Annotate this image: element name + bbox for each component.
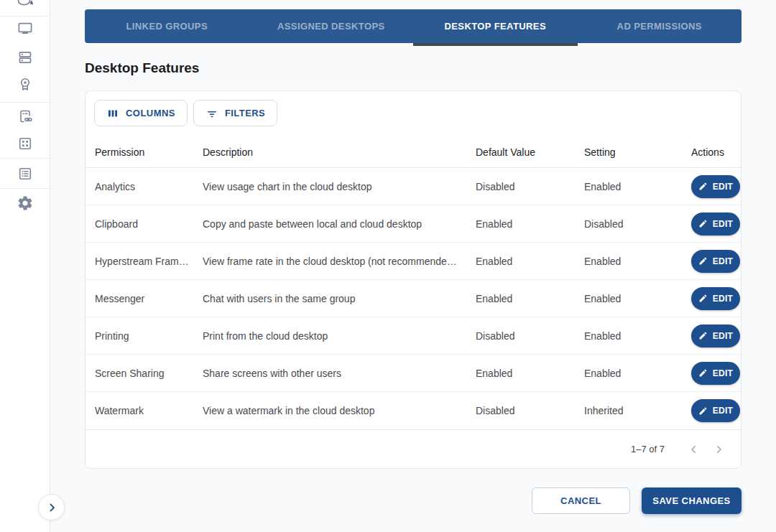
cell-permission: Messenger [95,293,203,304]
cell-default-value: Disabled [476,405,584,416]
pencil-icon [698,331,708,340]
cell-permission: Screen Sharing [95,368,203,379]
footer-actions: CANCEL SAVE CHANGES [85,487,742,514]
cell-permission: Analytics [95,181,203,192]
tab-assigned-desktops[interactable]: ASSIGNED DESKTOPS [249,9,414,43]
cell-actions: EDIT [691,250,741,273]
cloud-icon[interactable] [17,0,34,11]
sidebar [0,0,50,532]
columns-button[interactable]: COLUMNS [94,100,188,126]
desktop-icon[interactable] [17,20,34,37]
sidebar-divider [0,16,50,17]
table-row: Hyperstream Fram… View frame rate in the… [86,243,741,280]
save-changes-button[interactable]: SAVE CHANGES [642,487,742,514]
device-link-icon[interactable] [17,108,34,125]
cell-setting: Inherited [584,405,691,416]
cell-actions: EDIT [691,175,741,198]
cell-description: Print from the cloud desktop [203,330,476,342]
edit-button[interactable]: EDIT [691,399,740,422]
grid-icon[interactable] [17,135,34,152]
table-row: Watermark View a watermark in the cloud … [86,392,741,429]
cell-permission: Hyperstream Fram… [95,256,203,267]
sidebar-divider [0,188,50,189]
badge-icon[interactable] [17,76,34,93]
edit-button-label: EDIT [713,182,734,192]
cell-description: View usage chart in the cloud desktop [203,181,476,192]
cell-actions: EDIT [691,399,741,422]
edit-button[interactable]: EDIT [691,250,740,273]
table-row: Printing Print from the cloud desktop Di… [86,317,741,355]
edit-button-label: EDIT [713,219,734,229]
edit-button-label: EDIT [713,368,734,378]
cell-permission: Clipboard [95,218,203,230]
cell-description: Copy and paste between local and cloud d… [203,218,476,230]
table-body: Analytics View usage chart in the cloud … [86,168,741,429]
edit-button[interactable]: EDIT [691,325,740,347]
cell-default-value: Disabled [476,330,584,342]
settings-icon[interactable] [17,195,34,212]
cell-description: Chat with users in the same group [203,293,476,304]
table-row: Analytics View usage chart in the cloud … [86,168,741,205]
table-header-row: Permission Description Default Value Set… [86,136,741,168]
server-rack-icon[interactable] [17,49,34,66]
cell-permission: Printing [95,330,203,342]
cell-default-value: Enabled [476,368,584,379]
table-row: Messenger Chat with users in the same gr… [86,280,741,317]
edit-button-label: EDIT [713,406,734,416]
column-header-actions: Actions [691,146,741,158]
cell-setting: Enabled [584,256,691,267]
cell-description: View frame rate in the cloud desktop (no… [203,256,476,267]
table-row: Clipboard Copy and paste between local a… [86,205,741,243]
column-header-setting[interactable]: Setting [584,146,691,158]
cell-setting: Enabled [584,330,691,342]
cell-description: View a watermark in the cloud desktop [203,405,476,416]
table-card: COLUMNS FILTERS Permission Description D… [85,90,742,469]
cell-description: Share screens with other users [203,368,476,379]
tab-linked-groups[interactable]: LINKED GROUPS [85,9,249,43]
cell-setting: Disabled [584,218,691,230]
pencil-icon [698,182,708,191]
filters-button[interactable]: FILTERS [193,100,277,126]
pagination-prev-button[interactable] [680,437,706,462]
columns-icon [106,107,119,120]
cancel-button[interactable]: CANCEL [532,487,630,514]
cell-actions: EDIT [691,287,741,310]
cell-default-value: Enabled [476,218,584,230]
chevron-right-icon [45,500,59,515]
edit-button[interactable]: EDIT [691,175,740,198]
column-header-description[interactable]: Description [203,146,476,158]
cell-setting: Enabled [584,181,691,192]
pencil-icon [698,368,708,378]
filter-icon [205,107,218,120]
table-toolbar: COLUMNS FILTERS [86,91,741,136]
column-header-permission[interactable]: Permission [95,146,203,158]
columns-button-label: COLUMNS [126,108,175,118]
edit-button-label: EDIT [713,294,734,304]
edit-button-label: EDIT [713,256,734,266]
list-icon[interactable] [17,165,34,182]
chevron-left-icon [686,442,701,457]
tab-ad-permissions[interactable]: AD PERMISSIONS [578,9,742,43]
edit-button[interactable]: EDIT [691,213,740,235]
column-header-default-value[interactable]: Default Value [476,146,584,158]
tab-desktop-features[interactable]: DESKTOP FEATURES [413,9,578,43]
cell-actions: EDIT [691,362,741,385]
sidebar-expand-button[interactable] [38,494,65,521]
table-pagination: 1–7 of 7 [86,429,741,468]
active-tab-indicator [413,43,578,46]
cell-actions: EDIT [691,325,741,347]
edit-button-label: EDIT [713,331,734,341]
edit-button[interactable]: EDIT [691,287,740,310]
cell-setting: Enabled [584,368,691,379]
pagination-range-label: 1–7 of 7 [631,444,665,454]
cell-actions: EDIT [691,213,741,235]
filters-button-label: FILTERS [225,108,265,118]
edit-button[interactable]: EDIT [691,362,740,385]
pagination-next-button[interactable] [706,437,732,462]
tab-bar: LINKED GROUPS ASSIGNED DESKTOPS DESKTOP … [85,9,742,43]
page-title: Desktop Features [85,60,742,76]
pencil-icon [698,256,708,266]
cell-default-value: Enabled [476,256,584,267]
cell-permission: Watermark [95,405,203,416]
cell-default-value: Enabled [476,293,584,304]
